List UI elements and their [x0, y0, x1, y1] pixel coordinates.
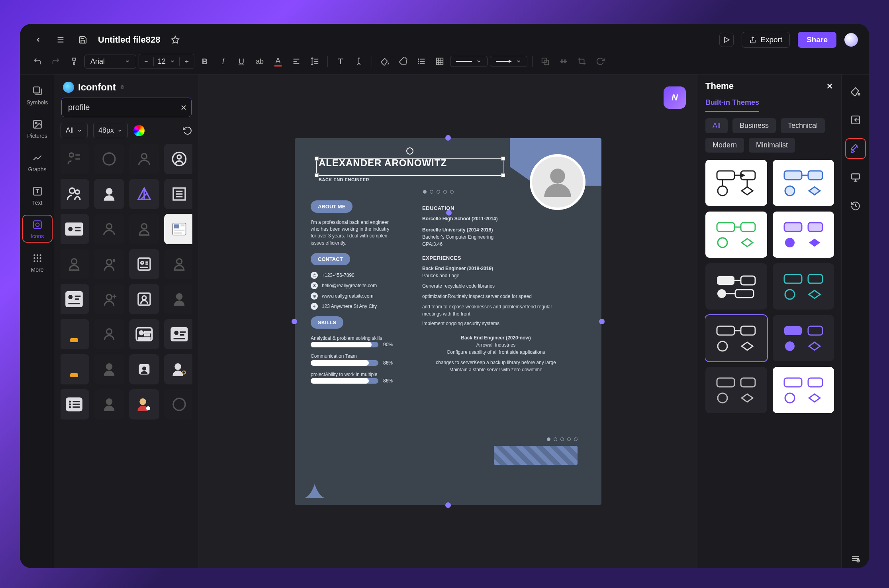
search-input[interactable]: [61, 98, 192, 117]
user-avatar[interactable]: [844, 33, 858, 47]
icon-tile[interactable]: [94, 249, 124, 279]
text-direction-icon[interactable]: [351, 53, 367, 69]
arrow-style-select[interactable]: [490, 56, 527, 67]
theme-card[interactable]: [773, 315, 834, 361]
close-theme-icon[interactable]: [825, 82, 834, 90]
icon-tile[interactable]: [94, 144, 124, 174]
decrease-size-icon[interactable]: －: [139, 54, 153, 69]
format-painter-icon[interactable]: [66, 53, 82, 69]
file-title[interactable]: Untitled file828: [98, 35, 160, 45]
theme-chip-business[interactable]: Business: [732, 118, 776, 133]
rail-symbols[interactable]: Symbols: [23, 82, 52, 108]
icon-tile[interactable]: [164, 214, 193, 244]
icon-tile[interactable]: [61, 389, 89, 419]
icon-tile[interactable]: [129, 284, 159, 314]
color-picker-icon[interactable]: [133, 125, 145, 136]
selection-box[interactable]: [316, 158, 503, 176]
icon-tile[interactable]: [61, 214, 89, 244]
icon-tile[interactable]: [164, 249, 193, 279]
theme-card[interactable]: [705, 212, 767, 258]
canvas-area[interactable]: N ALEXANDER ARONOWITZ BACK END ENGINEER …: [198, 74, 698, 568]
strikethrough-icon[interactable]: ab: [252, 53, 268, 69]
icon-filter-all[interactable]: All: [61, 123, 88, 138]
play-icon[interactable]: [719, 33, 734, 47]
brand-badge[interactable]: N: [664, 86, 686, 109]
theme-card[interactable]: [773, 263, 834, 310]
history-icon[interactable]: [846, 196, 865, 216]
star-icon[interactable]: [168, 33, 182, 47]
theme-card[interactable]: [705, 160, 767, 206]
icon-tile[interactable]: [164, 144, 193, 174]
font-select[interactable]: Arial: [84, 55, 136, 69]
icon-tile[interactable]: [164, 284, 193, 314]
icon-search[interactable]: [61, 98, 192, 117]
page-handle[interactable]: [445, 502, 451, 508]
fill-tool-icon[interactable]: [846, 82, 865, 101]
icon-filter-size[interactable]: 48px: [93, 123, 128, 138]
theme-chip-modern[interactable]: Modern: [705, 138, 744, 153]
eraser-icon[interactable]: [395, 53, 411, 69]
theme-chip-technical[interactable]: Technical: [781, 118, 825, 133]
icon-tile[interactable]: [94, 389, 124, 419]
icon-tile[interactable]: [129, 179, 159, 209]
theme-chip-minimalist[interactable]: Minimalist: [749, 138, 795, 153]
undo-icon[interactable]: [29, 53, 45, 69]
theme-chip-all[interactable]: All: [705, 118, 728, 133]
resume-document[interactable]: ALEXANDER ARONOWITZ BACK END ENGINEER AB…: [295, 138, 601, 505]
rail-graphs[interactable]: Graphs: [23, 149, 52, 175]
rail-text[interactable]: Text: [23, 182, 52, 208]
rail-icons[interactable]: Icons: [23, 216, 52, 242]
icon-tile[interactable]: [94, 214, 124, 244]
line-spacing-icon[interactable]: [307, 53, 323, 69]
theme-card[interactable]: [705, 263, 767, 310]
table-icon[interactable]: [432, 53, 448, 69]
icon-tile[interactable]: [164, 319, 193, 349]
icon-tile[interactable]: [129, 389, 159, 419]
settings-icon[interactable]: [846, 549, 865, 568]
icon-tile[interactable]: [129, 214, 159, 244]
align-icon[interactable]: [288, 53, 304, 69]
line-style-select[interactable]: [450, 56, 488, 67]
font-color-icon[interactable]: A: [270, 53, 286, 69]
icon-tile[interactable]: [61, 319, 89, 349]
increase-size-icon[interactable]: ＋: [180, 54, 194, 69]
icon-tile[interactable]: [61, 144, 89, 174]
theme-card[interactable]: [773, 212, 834, 258]
export-button[interactable]: Export: [742, 32, 790, 48]
theme-tool-icon[interactable]: [846, 139, 865, 158]
share-button[interactable]: Share: [798, 32, 836, 48]
clear-search-icon[interactable]: [180, 104, 188, 112]
save-icon[interactable]: [76, 33, 90, 47]
back-button[interactable]: [31, 33, 45, 47]
page-handle[interactable]: [446, 210, 452, 216]
page-handle[interactable]: [292, 319, 297, 324]
underline-icon[interactable]: U: [233, 53, 249, 69]
icon-tile[interactable]: [164, 389, 193, 419]
icon-tile[interactable]: [164, 354, 193, 384]
bold-icon[interactable]: B: [197, 53, 213, 69]
theme-card[interactable]: [705, 367, 767, 413]
theme-card[interactable]: [773, 160, 834, 206]
icon-tile[interactable]: [61, 284, 89, 314]
icon-tile[interactable]: [61, 354, 89, 384]
rail-pictures[interactable]: Pictures: [23, 115, 52, 141]
icon-tile[interactable]: [164, 179, 193, 209]
icon-tile[interactable]: [61, 179, 89, 209]
page-handle[interactable]: [599, 319, 605, 324]
theme-tab[interactable]: Built-in Themes: [705, 98, 759, 112]
text-tool-icon[interactable]: T: [333, 53, 349, 69]
icon-tile[interactable]: [129, 319, 159, 349]
icon-tile[interactable]: [129, 144, 159, 174]
rail-more[interactable]: More: [23, 249, 52, 275]
icon-tile[interactable]: [129, 354, 159, 384]
refresh-icon[interactable]: [183, 126, 192, 135]
icon-tile[interactable]: [61, 249, 89, 279]
icon-tile[interactable]: [94, 319, 124, 349]
bullet-list-icon[interactable]: [413, 53, 429, 69]
insert-icon[interactable]: [846, 110, 865, 129]
italic-icon[interactable]: I: [215, 53, 231, 69]
icon-tile[interactable]: [94, 354, 124, 384]
page-handle[interactable]: [445, 135, 451, 141]
icon-tile[interactable]: [94, 179, 124, 209]
font-size-stepper[interactable]: － 12 ＋: [139, 54, 194, 69]
